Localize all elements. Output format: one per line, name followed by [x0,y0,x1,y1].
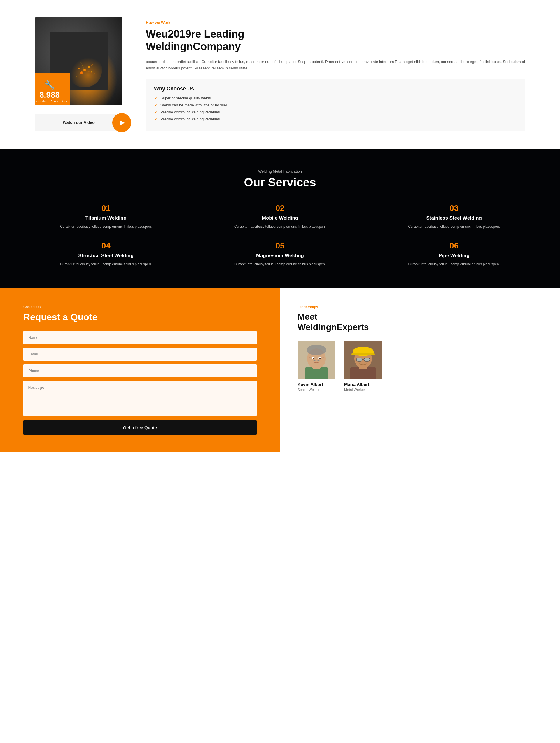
service-title-2: Mobile Welding [198,215,363,221]
service-card-2: 02 Mobile Welding Curabitur faucibusy te… [198,204,363,229]
why-choose-list: ✓ Superior precise quality welds ✓ Welds… [154,96,517,122]
leader-card-kevin: Kevin Albert Senior Welder [298,341,335,392]
services-inner: Welding Metal Fabrication Our Services 0… [23,169,537,267]
services-heading: Our Services [23,176,537,189]
submit-button[interactable]: Get a free Quote [23,421,257,435]
service-card-1: 01 Titanium Welding Curabitur faucibusy … [23,204,189,229]
check-icon-3: ✓ [154,110,158,115]
welding-image: 🔧 8,988 Successfully Project Done [35,17,123,105]
service-card-5: 05 Magnesium Welding Curabitur faucibusy… [198,241,363,267]
badge-icon: 🔧 [45,80,55,90]
maria-avatar-svg [344,341,382,379]
watch-video-bar[interactable]: Watch our Video ▶ [35,114,123,131]
description-text: posuere tellus imperdiet facilisis. Cura… [146,58,525,72]
svg-point-10 [67,52,102,87]
service-desc-6: Curabitur faucibusy tellueu semp ernunc … [371,262,537,267]
service-card-4: 04 Structual Steel Welding Curabitur fau… [23,241,189,267]
svg-rect-30 [364,358,370,361]
check-icon-1: ✓ [154,96,158,101]
bottom-section: Contact Us Request a Quote Get a free Qu… [0,288,560,452]
message-input[interactable] [23,381,257,416]
quote-heading: Request a Quote [23,311,257,322]
service-title-6: Pipe Welding [371,253,537,259]
service-number-3: 03 [371,204,537,213]
service-number-1: 01 [23,204,189,213]
watch-video-label: Watch our Video [35,120,123,125]
how-we-work-section: 🔧 8,988 Successfully Project Done Watch … [0,0,560,149]
quote-side: Contact Us Request a Quote Get a free Qu… [0,288,280,452]
why-choose-title: Why Choose Us [154,86,517,92]
leaders-heading: Meet WeldingnExperts [298,311,543,333]
service-desc-5: Curabitur faucibusy tellueu semp ernunc … [198,262,363,267]
project-badge: 🔧 8,988 Successfully Project Done [35,73,70,105]
service-title-1: Titanium Welding [23,215,189,221]
maria-role: Metal Worker [344,388,382,392]
why-item-4: ✓ Precise control of welding variables [154,117,517,122]
service-desc-2: Curabitur faucibusy tellueu semp ernunc … [198,224,363,229]
svg-point-19 [319,358,321,359]
why-choose-box: Why Choose Us ✓ Superior precise quality… [146,79,525,131]
kevin-avatar-svg [298,341,335,379]
service-number-6: 06 [371,241,537,251]
email-input[interactable] [23,348,257,361]
leaders-side: Leaderships Meet WeldingnExperts [280,288,560,452]
service-title-3: Stainless Steel Welding [371,215,537,221]
leaderships-label: Leaderships [298,305,543,309]
service-card-3: 03 Stainless Steel Welding Curabitur fau… [371,204,537,229]
maria-photo [344,341,382,379]
services-label: Welding Metal Fabrication [23,169,537,174]
check-icon-2: ✓ [154,103,158,107]
why-item-2: ✓ Welds can be made with little or no fi… [154,103,517,107]
leaders-grid: Kevin Albert Senior Welder [298,341,543,392]
service-card-6: 06 Pipe Welding Curabitur faucibusy tell… [371,241,537,267]
service-desc-1: Curabitur faucibusy tellueu semp ernunc … [23,224,189,229]
main-heading: Weu2019re Leading WeldingnCompany [146,28,525,53]
kevin-role: Senior Welder [298,388,335,392]
left-media: 🔧 8,988 Successfully Project Done Watch … [35,17,128,131]
kevin-photo [298,341,335,379]
contact-label: Contact Us [23,305,257,309]
why-item-1: ✓ Superior precise quality welds [154,96,517,101]
maria-name: Maria Albert [344,382,382,387]
svg-rect-28 [351,353,375,355]
svg-rect-29 [356,358,362,361]
svg-point-18 [313,358,314,359]
badge-text: Successfully Project Done [35,99,68,103]
leader-card-maria: Maria Albert Metal Worker [344,341,382,392]
play-button[interactable]: ▶ [112,113,131,132]
why-item-3: ✓ Precise control of welding variables [154,110,517,115]
service-desc-3: Curabitur faucibusy tellueu semp ernunc … [371,224,537,229]
service-number-4: 04 [23,241,189,251]
service-desc-4: Curabitur faucibusy tellueu semp ernunc … [23,262,189,267]
service-title-4: Structual Steel Welding [23,253,189,259]
how-label: How we Work [146,20,525,25]
play-icon: ▶ [120,119,125,126]
kevin-name: Kevin Albert [298,382,335,387]
phone-input[interactable] [23,364,257,377]
svg-point-15 [307,345,327,355]
badge-number: 8,988 [39,91,60,99]
check-icon-4: ✓ [154,117,158,122]
name-input[interactable] [23,331,257,344]
service-number-2: 02 [198,204,363,213]
services-section: Welding Metal Fabrication Our Services 0… [0,149,560,288]
service-title-5: Magnesium Welding [198,253,363,259]
services-grid: 01 Titanium Welding Curabitur faucibusy … [23,204,537,267]
right-content: How we Work Weu2019re Leading WeldingnCo… [146,17,525,131]
service-number-5: 05 [198,241,363,251]
